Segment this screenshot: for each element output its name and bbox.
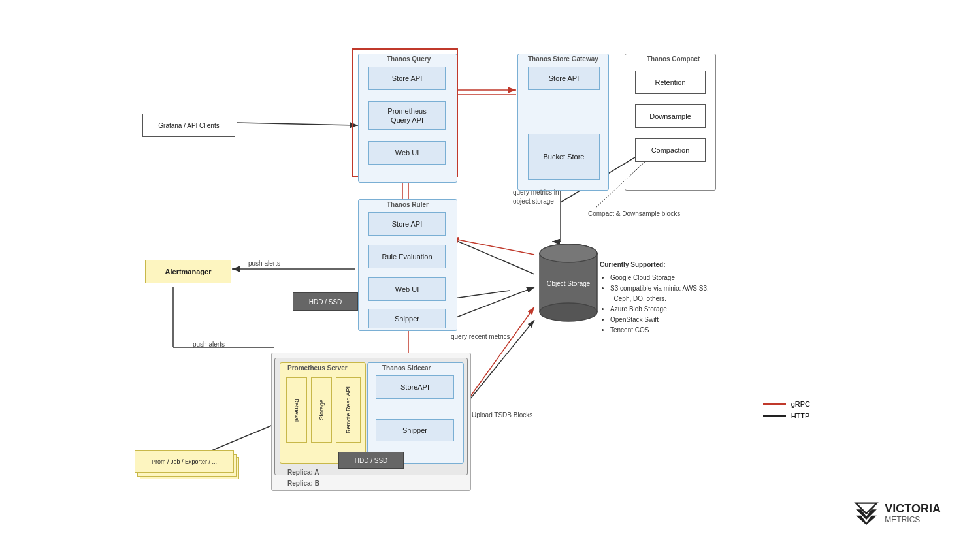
svg-line-16 xyxy=(449,291,510,299)
thanos-query-prometheus-query-api: PrometheusQuery API xyxy=(368,101,446,130)
replica-b-label: Replica: B xyxy=(287,480,319,487)
object-storage-container: Object Storage xyxy=(536,242,601,328)
thanos-query-store-api: Store API xyxy=(368,67,446,90)
vm-logo-name: VICTORIA xyxy=(885,503,941,516)
legend-grpc: gRPC xyxy=(763,400,810,408)
diagram-container: Thanos Query Store API PrometheusQuery A… xyxy=(0,0,980,551)
thanos-sidecar-hdd-ssd: HDD / SSD xyxy=(338,452,404,469)
svg-line-17 xyxy=(451,238,534,274)
thanos-compact-retention: Retention xyxy=(635,71,706,94)
legend-http: HTTP xyxy=(763,412,810,420)
thanos-compact-downsample: Downsample xyxy=(635,104,706,128)
thanos-store-gateway-bucket-store: Bucket Store xyxy=(528,134,600,180)
vm-logo-icon xyxy=(853,502,879,525)
object-storage-svg: Object Storage xyxy=(536,242,601,326)
svg-line-4 xyxy=(237,123,358,125)
legend: gRPC HTTP xyxy=(763,400,810,424)
legend-grpc-line xyxy=(763,403,786,405)
victoria-metrics-logo: VICTORIA METRICS xyxy=(853,502,941,525)
thanos-ruler-hdd-ssd: HDD / SSD xyxy=(293,292,358,311)
svg-line-15 xyxy=(449,287,534,320)
thanos-store-gateway-store-api: Store API xyxy=(528,67,600,90)
prometheus-storage: Storage xyxy=(311,377,332,443)
thanos-query-web-ui: Web UI xyxy=(368,141,446,165)
query-metrics-object-storage: query metrics inobject storage xyxy=(513,188,559,206)
replica-a-label: Replica: A xyxy=(287,469,319,476)
thanos-query-label: Thanos Query xyxy=(387,55,431,63)
svg-text:Object Storage: Object Storage xyxy=(547,280,591,287)
thanos-compact-compaction: Compaction xyxy=(635,138,706,162)
vm-logo-sub: METRICS xyxy=(885,515,941,524)
thanos-sidecar-label: Thanos Sidecar xyxy=(382,364,431,371)
thanos-sidecar-shipper: Shipper xyxy=(376,419,454,441)
prom-job-exporter: Prom / Job / Exporter / ... xyxy=(135,450,234,473)
svg-point-30 xyxy=(540,244,597,262)
thanos-compact-label: Thanos Compact xyxy=(647,55,700,63)
legend-grpc-label: gRPC xyxy=(791,400,810,408)
thanos-ruler-shipper: Shipper xyxy=(368,309,446,328)
thanos-ruler-web-ui: Web UI xyxy=(368,277,446,301)
query-recent-metrics: query recent metrics xyxy=(451,333,510,340)
compact-downsample-blocks: Compact & Downsample blocks xyxy=(588,210,680,217)
legend-http-line xyxy=(763,415,786,417)
svg-line-23 xyxy=(451,238,534,255)
thanos-ruler-rule-evaluation: Rule Evaluation xyxy=(368,245,446,268)
prometheus-retrieval: Retrieval xyxy=(286,377,307,443)
push-alerts-2: push alerts xyxy=(193,341,225,348)
grafana-api-clients: Grafana / API Clients xyxy=(142,114,235,137)
thanos-sidecar-store-api: StoreAPI xyxy=(376,375,454,399)
prometheus-server-label: Prometheus Server xyxy=(287,364,348,371)
thanos-ruler-label: Thanos Ruler xyxy=(387,201,429,208)
svg-point-29 xyxy=(540,303,597,321)
prometheus-remote-read-api: Remote Read API xyxy=(336,377,361,443)
currently-supported: Currently Supported: Google Cloud Storag… xyxy=(600,260,709,336)
vm-logo-text-block: VICTORIA METRICS xyxy=(885,503,941,525)
legend-http-label: HTTP xyxy=(791,412,810,420)
upload-tsdb-blocks: Upload TSDB Blocks xyxy=(472,411,532,418)
alertmanager: Alertmanager xyxy=(145,260,231,283)
thanos-ruler-store-api: Store API xyxy=(368,212,446,236)
push-alerts-1: push alerts xyxy=(248,260,280,267)
thanos-store-gateway-label: Thanos Store Gateway xyxy=(528,55,598,63)
